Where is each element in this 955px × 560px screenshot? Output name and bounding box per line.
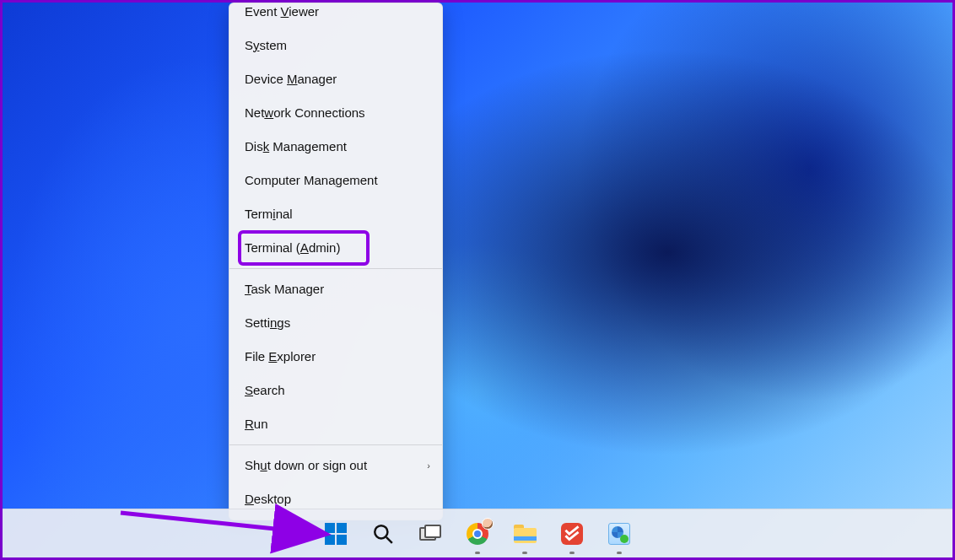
menu-task-manager[interactable]: Task Manager bbox=[229, 272, 442, 306]
menu-file-explorer[interactable]: File Explorer bbox=[229, 340, 442, 374]
menu-system[interactable]: System bbox=[229, 29, 442, 62]
menu-item-label: Terminal (Admin) bbox=[245, 240, 340, 256]
menu-disk-management[interactable]: Disk Management bbox=[229, 130, 442, 164]
desktop-wallpaper bbox=[3, 3, 952, 557]
menu-item-label: Task Manager bbox=[245, 281, 324, 298]
menu-settings[interactable]: Settings bbox=[229, 306, 442, 340]
file-explorer-icon[interactable] bbox=[507, 516, 542, 552]
todoist-icon[interactable] bbox=[554, 516, 590, 552]
menu-terminal[interactable]: Terminal bbox=[229, 197, 442, 231]
menu-item-label: Desktop bbox=[245, 491, 291, 508]
menu-separator bbox=[229, 268, 442, 269]
chrome-icon[interactable] bbox=[460, 516, 495, 552]
menu-item-label: Terminal bbox=[245, 206, 293, 223]
svg-line-1 bbox=[386, 536, 392, 542]
search-icon bbox=[372, 523, 394, 545]
menu-item-label: Run bbox=[245, 416, 268, 433]
winx-context-menu[interactable]: Event ViewerSystemDevice ManagerNetwork … bbox=[229, 3, 443, 520]
search-button[interactable] bbox=[365, 516, 401, 552]
menu-computer-management[interactable]: Computer Management bbox=[229, 164, 442, 197]
taskbar bbox=[3, 509, 952, 557]
control-panel-icon-glyph bbox=[608, 523, 630, 545]
menu-run[interactable]: Run bbox=[229, 407, 442, 441]
todoist-icon-glyph bbox=[561, 523, 583, 545]
task-view-icon bbox=[419, 525, 441, 543]
menu-network-connections[interactable]: Network Connections bbox=[229, 96, 442, 130]
profile-avatar-badge bbox=[482, 518, 494, 530]
task-view-button[interactable] bbox=[413, 516, 448, 552]
menu-item-label: Shut down or sign out bbox=[245, 457, 367, 474]
menu-item-label: Search bbox=[245, 382, 285, 399]
windows-logo-icon bbox=[325, 523, 347, 545]
folder-icon bbox=[514, 525, 537, 543]
control-panel-icon[interactable] bbox=[602, 516, 637, 552]
chevron-right-icon: › bbox=[427, 457, 430, 474]
menu-item-label: Device Manager bbox=[245, 71, 337, 88]
menu-item-label: File Explorer bbox=[245, 348, 316, 365]
svg-point-0 bbox=[375, 525, 387, 538]
menu-separator bbox=[229, 444, 442, 445]
menu-search[interactable]: Search bbox=[229, 374, 442, 407]
menu-item-label: Network Connections bbox=[245, 105, 365, 121]
start-button[interactable] bbox=[318, 516, 353, 552]
menu-item-label: Disk Management bbox=[245, 138, 347, 155]
menu-item-label: Event Viewer bbox=[245, 3, 319, 20]
menu-shutdown-signout[interactable]: Shut down or sign out› bbox=[229, 449, 442, 482]
menu-item-label: System bbox=[245, 37, 287, 54]
menu-device-manager[interactable]: Device Manager bbox=[229, 62, 442, 96]
menu-terminal-admin[interactable]: Terminal (Admin) bbox=[229, 231, 442, 265]
menu-item-label: Computer Management bbox=[245, 172, 378, 189]
menu-item-label: Settings bbox=[245, 315, 290, 331]
menu-event-viewer[interactable]: Event Viewer bbox=[229, 3, 442, 29]
